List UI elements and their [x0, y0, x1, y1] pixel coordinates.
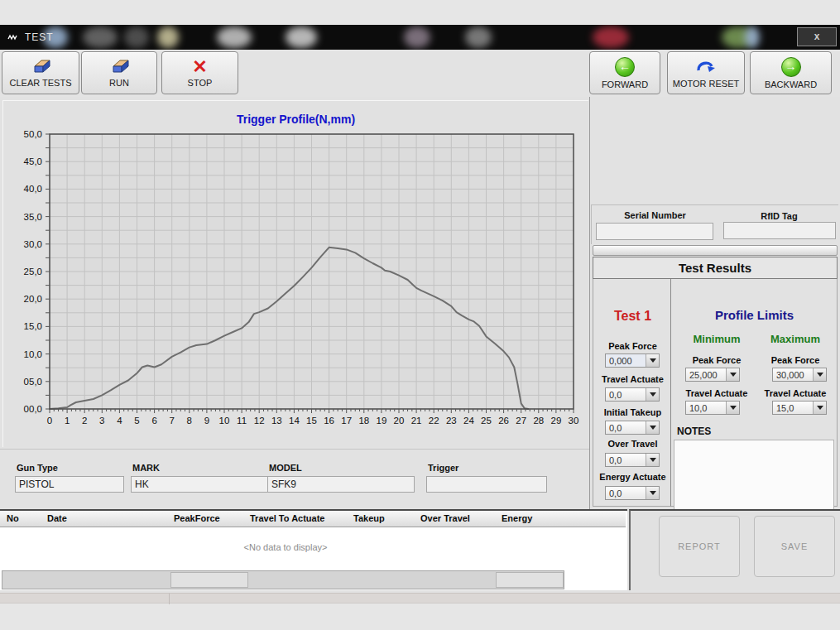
titlebar-blur-artifact — [593, 26, 629, 48]
svg-text:05,0: 05,0 — [24, 377, 42, 387]
chevron-down-icon[interactable] — [726, 402, 739, 414]
backward-label: BACKWARD — [765, 79, 817, 89]
eraser-icon — [108, 59, 130, 75]
profile-limits-title: Profile Limits — [671, 308, 838, 322]
chevron-down-icon[interactable] — [646, 487, 659, 499]
forward-label: FORWARD — [602, 79, 648, 89]
rfid-tag-input[interactable] — [723, 222, 836, 239]
forward-button[interactable]: ← FORWARD — [589, 51, 660, 94]
titlebar-blur-artifact — [217, 26, 252, 48]
column-header-over-travel[interactable]: Over Travel — [420, 513, 470, 523]
window-title: TEST — [25, 31, 54, 43]
energy-actuate-label: Energy Actuate — [593, 472, 672, 482]
svg-text:15: 15 — [306, 416, 317, 426]
svg-text:0: 0 — [47, 416, 52, 426]
table-horizontal-scrollbar[interactable] — [2, 570, 564, 589]
trigger-input[interactable] — [426, 476, 547, 493]
svg-text:1: 1 — [65, 416, 70, 426]
min-peak-force-combo[interactable]: 25,000 — [685, 368, 740, 382]
chevron-down-icon[interactable] — [646, 421, 659, 434]
red-x-icon: ✕ — [192, 59, 207, 75]
results-table: No Date PeakForce Travel To Actuate Take… — [0, 509, 627, 590]
column-header-energy[interactable]: Energy — [502, 513, 532, 523]
svg-text:26: 26 — [498, 416, 509, 426]
run-button[interactable]: RUN — [81, 51, 157, 94]
max-travel-actuate-combo[interactable]: 15,0 — [772, 401, 827, 415]
serial-number-input[interactable] — [596, 223, 713, 240]
report-button[interactable]: REPORT — [659, 516, 740, 577]
app-icon — [6, 31, 19, 44]
column-header-no[interactable]: No — [7, 513, 19, 523]
min-travel-actuate-combo[interactable]: 10,0 — [685, 401, 740, 415]
model-input[interactable] — [267, 476, 415, 493]
profile-limits-column: Profile Limits Minimum Maximum Peak Forc… — [671, 279, 838, 507]
eraser-icon — [30, 59, 51, 75]
table-header-row: No Date PeakForce Travel To Actuate Take… — [0, 511, 626, 527]
titlebar-blur-artifact — [83, 26, 118, 48]
svg-text:30,0: 30,0 — [24, 239, 42, 249]
close-button[interactable]: x — [797, 27, 837, 46]
chevron-down-icon[interactable] — [646, 388, 659, 401]
stop-button[interactable]: ✕ STOP — [161, 51, 238, 94]
svg-text:23: 23 — [446, 416, 457, 426]
svg-text:6: 6 — [151, 416, 156, 426]
max-peak-force-combo[interactable]: 30,000 — [772, 368, 827, 382]
vertical-divider — [589, 97, 590, 509]
svg-text:29: 29 — [551, 416, 562, 426]
svg-text:35,0: 35,0 — [24, 212, 42, 222]
scrollbar-thumb[interactable] — [170, 572, 248, 588]
over-travel-label: Over Travel — [593, 439, 672, 449]
column-header-takeup[interactable]: Takeup — [353, 513, 385, 523]
chevron-down-icon[interactable] — [813, 402, 826, 414]
over-travel-combo[interactable]: 0,0 — [605, 453, 660, 467]
empty-table-message: <No data to display> — [0, 542, 571, 552]
svg-text:16: 16 — [324, 416, 334, 426]
travel-actuate-label: Travel Actuate — [593, 374, 672, 384]
min-peak-force-label: Peak Force — [675, 355, 758, 365]
combo-value: 25,000 — [686, 368, 726, 381]
svg-text:18: 18 — [358, 416, 369, 426]
peak-force-combo[interactable]: 0,000 — [605, 353, 660, 368]
motor-reset-button[interactable]: MOTOR RESET — [667, 51, 745, 94]
travel-actuate-combo[interactable]: 0,0 — [605, 387, 660, 402]
combo-value: 15,0 — [773, 402, 813, 414]
column-header-travel-to-actuate[interactable]: Travel To Actuate — [250, 513, 324, 523]
toolbar: CLEAR TESTS RUN ✕ STOP ← FORWARD — [0, 50, 840, 98]
clear-tests-button[interactable]: CLEAR TESTS — [2, 51, 79, 94]
initial-takeup-label: Initial Takeup — [593, 407, 672, 417]
stop-label: STOP — [188, 78, 213, 88]
column-header-date[interactable]: Date — [47, 513, 67, 523]
test-results-title: Test Results — [593, 257, 838, 279]
chevron-down-icon[interactable] — [726, 368, 739, 381]
svg-text:11: 11 — [237, 416, 247, 426]
svg-text:25,0: 25,0 — [24, 267, 42, 277]
minimum-label: Minimum — [679, 333, 754, 345]
svg-text:4: 4 — [117, 416, 122, 426]
svg-text:24: 24 — [463, 416, 474, 426]
splitter-bar[interactable] — [593, 245, 838, 256]
svg-text:20,0: 20,0 — [24, 294, 42, 304]
save-button[interactable]: SAVE — [754, 516, 835, 577]
blue-curved-arrow-icon — [695, 58, 717, 76]
column-header-peakforce[interactable]: PeakForce — [174, 513, 220, 523]
chart-plot-area: 00,005,010,015,020,025,030,035,040,045,0… — [3, 126, 588, 445]
backward-button[interactable]: → BACKWARD — [750, 51, 832, 94]
svg-text:8: 8 — [187, 416, 192, 426]
svg-text:14: 14 — [289, 416, 300, 426]
scrollbar-thumb[interactable] — [496, 572, 564, 588]
combo-value: 0,0 — [606, 487, 646, 499]
initial-takeup-combo[interactable]: 0,0 — [605, 421, 660, 435]
combo-value: 0,0 — [606, 454, 646, 466]
svg-text:22: 22 — [429, 416, 439, 426]
titlebar-blur-artifact — [745, 26, 760, 48]
svg-text:3: 3 — [99, 416, 104, 426]
gun-type-input[interactable] — [15, 476, 124, 493]
chevron-down-icon[interactable] — [646, 354, 659, 367]
svg-text:28: 28 — [533, 416, 544, 426]
chart-title: Trigger Profile(N,mm) — [3, 113, 588, 126]
chevron-down-icon[interactable] — [646, 454, 659, 466]
maximum-label: Maximum — [758, 333, 833, 345]
chevron-down-icon[interactable] — [813, 368, 826, 381]
energy-actuate-combo[interactable]: 0,0 — [605, 486, 660, 500]
mark-input[interactable] — [131, 476, 273, 493]
